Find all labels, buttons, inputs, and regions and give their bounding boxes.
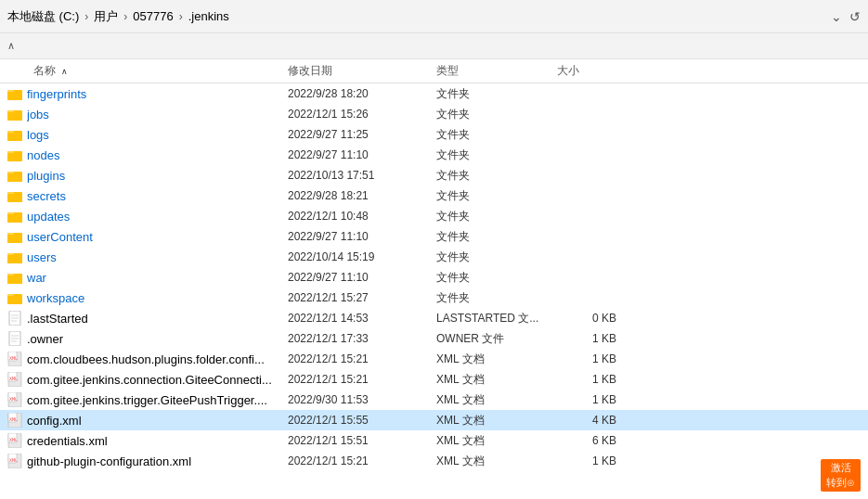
cell-type: OWNER 文件 (436, 331, 557, 347)
cell-name: XML config.xml (0, 413, 288, 428)
cell-name: XML github-plugin-configuration.xml (0, 454, 288, 468)
cell-date: 2022/12/1 10:48 (288, 210, 436, 223)
table-row[interactable]: users 2022/10/14 15:19 文件夹 (0, 247, 868, 267)
folder-icon (7, 107, 22, 122)
cell-date: 2022/9/28 18:21 (288, 189, 436, 202)
cell-name: nodes (0, 147, 288, 162)
xml-icon: XML (7, 372, 22, 387)
table-row[interactable]: plugins 2022/10/13 17:51 文件夹 (0, 165, 868, 186)
col-header-size[interactable]: 大小 (557, 63, 631, 79)
svg-text:XML: XML (9, 396, 18, 402)
breadcrumb-current: .jenkins (188, 9, 229, 23)
cell-type: 文件夹 (436, 127, 557, 143)
cell-name: plugins (0, 168, 288, 183)
col-header-type[interactable]: 类型 (436, 63, 557, 79)
table-row[interactable]: workspace 2022/12/1 15:27 文件夹 (0, 288, 868, 308)
cell-size: 1 KB (557, 373, 631, 386)
cell-type: 文件夹 (436, 209, 557, 224)
cell-name: logs (0, 127, 288, 142)
table-row[interactable]: XML config.xml 2022/12/1 15:55 XML 文档 4 … (0, 410, 868, 430)
cell-name: userContent (0, 229, 288, 244)
table-row[interactable]: XML com.gitee.jenkins.connection.GiteeCo… (0, 369, 868, 390)
breadcrumb-sep-3: › (179, 10, 183, 23)
col-header-name[interactable]: 名称 ∧ (0, 63, 288, 79)
folder-icon (7, 250, 22, 264)
cell-name: users (0, 250, 288, 264)
column-header: 名称 ∧ 修改日期 类型 大小 (0, 59, 868, 83)
table-row[interactable]: nodes 2022/9/27 11:10 文件夹 (0, 145, 868, 165)
cell-type: LASTSTARTED 文... (436, 311, 557, 326)
svg-rect-32 (7, 296, 22, 304)
file-name-text: github-plugin-configuration.xml (27, 454, 191, 468)
cell-name: XML com.cloudbees.hudson.plugins.folder.… (0, 352, 288, 366)
breadcrumb-sep-2: › (123, 10, 127, 23)
table-row[interactable]: fingerprints 2022/9/28 18:20 文件夹 (0, 83, 868, 104)
table-row[interactable]: XML com.cloudbees.hudson.plugins.folder.… (0, 349, 868, 369)
table-row[interactable]: jobs 2022/12/1 15:26 文件夹 (0, 104, 868, 124)
dropdown-arrow-icon[interactable]: ⌄ (831, 9, 842, 24)
file-icon (7, 331, 22, 346)
cell-date: 2022/9/27 11:10 (288, 148, 436, 161)
table-row[interactable]: XML com.gitee.jenkins.trigger.GiteePushT… (0, 390, 868, 410)
cell-name: .lastStarted (0, 311, 288, 326)
cell-size: 0 KB (557, 312, 631, 325)
cell-type: 文件夹 (436, 168, 557, 184)
folder-icon (7, 270, 22, 285)
cell-date: 2022/10/13 17:51 (288, 169, 436, 182)
svg-rect-17 (7, 194, 22, 202)
table-row[interactable]: XML github-plugin-configuration.xml 2022… (0, 451, 868, 469)
cell-name: workspace (0, 290, 288, 305)
cell-date: 2022/9/28 18:20 (288, 87, 436, 100)
file-name-text: com.gitee.jenkins.connection.GiteeConnec… (27, 373, 272, 387)
breadcrumb-item-057776[interactable]: 057776 (133, 9, 173, 23)
sort-up-icon: ∧ (7, 40, 15, 52)
watermark: 激活 转到⊙ (821, 459, 861, 492)
svg-text:XML: XML (9, 457, 18, 463)
cell-type: XML 文档 (436, 413, 557, 429)
cell-name: jobs (0, 107, 288, 122)
svg-rect-11 (7, 153, 22, 161)
cell-name: secrets (0, 188, 288, 203)
file-name-text: jobs (27, 108, 49, 122)
cell-date: 2022/9/27 11:10 (288, 230, 436, 243)
cell-date: 2022/12/1 15:21 (288, 352, 436, 365)
breadcrumb-item-c[interactable]: 本地磁盘 (C:) (7, 8, 79, 25)
cell-size: 1 KB (557, 454, 631, 467)
cell-date: 2022/12/1 15:51 (288, 434, 436, 447)
table-row[interactable]: logs 2022/9/27 11:25 文件夹 (0, 124, 868, 145)
col-header-date[interactable]: 修改日期 (288, 63, 436, 79)
file-name-text: logs (27, 128, 49, 142)
cell-type: 文件夹 (436, 147, 557, 163)
refresh-icon[interactable]: ↺ (849, 9, 861, 24)
svg-text:XML: XML (9, 355, 18, 361)
table-row[interactable]: userContent 2022/9/27 11:10 文件夹 (0, 226, 868, 247)
file-icon (7, 311, 22, 326)
svg-rect-29 (7, 275, 22, 284)
file-name-text: credentials.xml (27, 434, 108, 448)
cell-type: 文件夹 (436, 229, 557, 245)
cell-date: 2022/12/1 14:53 (288, 312, 436, 325)
breadcrumb-sep-1: › (84, 10, 88, 23)
table-row[interactable]: war 2022/9/27 11:10 文件夹 (0, 267, 868, 288)
table-row[interactable]: XML credentials.xml 2022/12/1 15:51 XML … (0, 430, 868, 451)
table-row[interactable]: updates 2022/12/1 10:48 文件夹 (0, 206, 868, 226)
cell-type: XML 文档 (436, 433, 557, 449)
file-name-text: workspace (27, 291, 84, 305)
svg-rect-14 (7, 173, 22, 182)
file-name-text: secrets (27, 189, 66, 203)
toolbar: ∧ (0, 33, 868, 59)
breadcrumb-item-users[interactable]: 用户 (94, 8, 118, 25)
watermark-line2: 转到⊙ (826, 476, 855, 490)
folder-icon (7, 127, 22, 142)
file-list: fingerprints 2022/9/28 18:20 文件夹 jobs 20… (0, 83, 868, 469)
breadcrumb-bar: 本地磁盘 (C:) › 用户 › 057776 › .jenkins ⌄ ↺ (0, 0, 868, 33)
cell-date: 2022/12/1 15:21 (288, 373, 436, 386)
cell-date: 2022/10/14 15:19 (288, 250, 436, 263)
cell-type: 文件夹 (436, 188, 557, 204)
cell-date: 2022/12/1 15:55 (288, 414, 436, 427)
folder-icon (7, 86, 22, 101)
table-row[interactable]: .owner 2022/12/1 17:33 OWNER 文件 1 KB (0, 328, 868, 349)
table-row[interactable]: .lastStarted 2022/12/1 14:53 LASTSTARTED… (0, 308, 868, 328)
xml-icon: XML (7, 413, 22, 428)
table-row[interactable]: secrets 2022/9/28 18:21 文件夹 (0, 186, 868, 206)
